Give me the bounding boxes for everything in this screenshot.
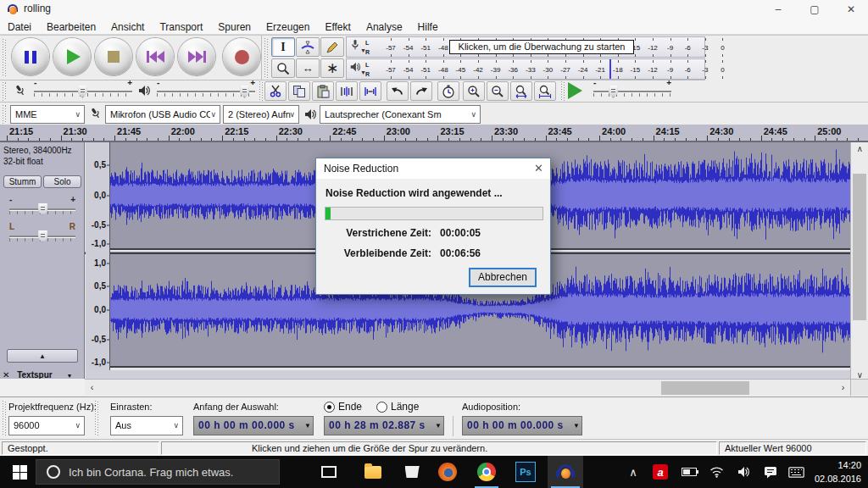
taskbar-clock[interactable]: 14:20 02.08.2016 xyxy=(815,458,861,485)
selection-length-radio[interactable]: Länge xyxy=(376,401,419,413)
mixer-toolbar-grip[interactable] xyxy=(3,82,6,101)
file-explorer-button[interactable] xyxy=(358,456,388,488)
audacity-taskbar-button[interactable] xyxy=(548,456,583,488)
menu-datei[interactable]: Datei xyxy=(0,19,39,36)
label-track-menu-icon[interactable]: ▼ xyxy=(54,373,72,379)
audio-host-select[interactable]: MME∨ xyxy=(10,105,85,124)
menu-hilfe[interactable]: Hilfe xyxy=(410,19,446,36)
track-collapse-button[interactable]: ▲ xyxy=(7,349,78,363)
playback-volume-slider[interactable]: -+ xyxy=(157,86,255,99)
draw-tool-button[interactable] xyxy=(320,37,344,57)
menu-erzeugen[interactable]: Erzeugen xyxy=(259,19,317,36)
playback-speed-slider[interactable]: -+ xyxy=(593,86,671,99)
cut-button[interactable] xyxy=(264,81,287,101)
skip-to-end-button[interactable] xyxy=(178,38,215,75)
multi-tool-button[interactable]: ∗ xyxy=(320,58,344,78)
timeline-ruler[interactable]: 21:1521:3021:4522:0022:1522:3022:4523:00… xyxy=(0,125,868,142)
copy-button[interactable] xyxy=(288,81,310,101)
trim-audio-button[interactable] xyxy=(336,81,358,101)
dialog-close-icon[interactable]: ✕ xyxy=(534,162,543,175)
zoom-in-button[interactable] xyxy=(463,81,485,101)
menu-effekt[interactable]: Effekt xyxy=(317,19,358,36)
track-pan-slider[interactable]: LR xyxy=(9,230,75,242)
envelope-tool-button[interactable] xyxy=(296,37,320,57)
fit-selection-button[interactable] xyxy=(510,81,532,101)
input-device-select[interactable]: Mikrofon (USB Audio CODE∨ xyxy=(105,105,220,124)
snap-grip[interactable] xyxy=(95,401,98,436)
task-view-button[interactable] xyxy=(314,456,344,488)
output-device-select[interactable]: Lautsprecher (Conexant Sm∨ xyxy=(320,105,481,124)
tray-expand-button[interactable]: ∧ xyxy=(620,456,646,488)
timeshift-tool-button[interactable]: ↔ xyxy=(296,58,320,78)
edit-toolbar-grip[interactable] xyxy=(259,81,263,102)
label-track-body[interactable] xyxy=(86,370,850,379)
close-button[interactable]: ✕ xyxy=(838,0,864,19)
chrome-button[interactable] xyxy=(471,456,502,488)
selection-start-field[interactable]: 00 h 00 m 00.000 s▼ xyxy=(193,416,314,435)
skip-to-start-button[interactable] xyxy=(136,38,174,75)
input-channels-select[interactable]: 2 (Stereo) Aufna∨ xyxy=(223,105,299,124)
project-rate-select[interactable]: 96000∨ xyxy=(8,416,85,435)
selection-end-radio[interactable]: Ende xyxy=(324,401,362,413)
horizontal-scrollbar[interactable]: ‹ › xyxy=(85,379,850,396)
selection-end-field[interactable]: 00 h 28 m 02.887 s▼ xyxy=(324,416,444,435)
cortana-search[interactable]: Ich bin Cortana. Frag mich etwas. xyxy=(36,459,280,485)
menu-analyse[interactable]: Analyse xyxy=(359,19,410,36)
keyboard-tray-icon[interactable] xyxy=(783,456,809,488)
selection-toolbar-grip[interactable] xyxy=(3,401,6,436)
tools-toolbar-grip[interactable] xyxy=(264,38,268,79)
silence-audio-button[interactable] xyxy=(359,81,381,101)
stop-button[interactable] xyxy=(95,38,132,75)
windows-store-button[interactable] xyxy=(397,456,427,488)
play-at-speed-button[interactable] xyxy=(568,82,582,99)
recording-volume-slider[interactable]: -+ xyxy=(34,86,132,99)
photoshop-button[interactable]: Ps xyxy=(510,456,541,488)
scroll-up-arrow[interactable]: ∧ xyxy=(851,142,868,156)
vertical-ruler[interactable]: 0,50,0-0,5-1,01,00,50,0-0,5-1,0 xyxy=(86,142,110,370)
zoom-out-button[interactable] xyxy=(487,81,509,101)
avira-tray-icon[interactable]: a xyxy=(648,456,673,488)
scroll-right-arrow[interactable]: › xyxy=(836,380,850,396)
transport-toolbar-grip[interactable] xyxy=(3,39,6,76)
label-track-close-icon[interactable]: ✕ xyxy=(0,370,9,379)
minimize-button[interactable]: – xyxy=(765,0,791,19)
transcription-toolbar-grip[interactable] xyxy=(561,81,565,102)
volume-tray-icon[interactable] xyxy=(731,456,756,488)
timeline-tick xyxy=(395,138,396,141)
redo-button[interactable] xyxy=(410,81,432,101)
audio-position-field[interactable]: 00 h 00 m 00.000 s▼ xyxy=(462,416,582,435)
fit-project-button[interactable] xyxy=(534,81,556,101)
selection-tool-button[interactable]: I xyxy=(271,37,295,57)
zoom-tool-button[interactable] xyxy=(271,58,295,78)
label-track-panel[interactable]: ✕ Textspur ▼ xyxy=(0,370,85,379)
menu-transport[interactable]: Transport xyxy=(152,19,210,36)
sync-lock-button[interactable] xyxy=(437,81,459,101)
scroll-left-arrow[interactable]: ‹ xyxy=(85,380,99,396)
pause-button[interactable] xyxy=(12,38,49,75)
dialog-title-bar[interactable]: Noise Reduction ✕ xyxy=(316,158,550,179)
mute-button[interactable]: Stumm xyxy=(3,175,42,188)
device-toolbar-grip[interactable] xyxy=(3,105,6,124)
menu-bearbeiten[interactable]: Bearbeiten xyxy=(39,19,103,36)
vertical-scroll-thumb[interactable] xyxy=(853,174,866,320)
menu-ansicht[interactable]: Ansicht xyxy=(103,19,152,36)
start-button[interactable] xyxy=(5,456,34,488)
horizontal-scroll-thumb[interactable] xyxy=(661,381,749,395)
battery-tray-icon[interactable] xyxy=(676,456,702,488)
vertical-scrollbar[interactable]: ∧ ∨ xyxy=(850,142,868,396)
cancel-button[interactable]: Abbrechen xyxy=(469,268,537,287)
record-button[interactable] xyxy=(223,38,260,75)
firefox-button[interactable] xyxy=(432,456,463,488)
undo-button[interactable] xyxy=(387,81,409,101)
wifi-tray-icon[interactable] xyxy=(704,456,729,488)
solo-button[interactable]: Solo xyxy=(43,175,81,188)
notification-tray-icon[interactable] xyxy=(758,456,783,488)
track-control-panel[interactable]: Stereo, 384000Hz 32-bit float Stumm Solo… xyxy=(0,142,85,370)
maximize-button[interactable]: ▢ xyxy=(802,0,827,19)
paste-button[interactable] xyxy=(312,81,334,101)
playback-meter[interactable]: ▼ LR -57-54-51-48-45-42-39-36-33-30-27-2… xyxy=(346,58,705,80)
play-button[interactable] xyxy=(53,38,91,75)
snap-to-select[interactable]: Aus∨ xyxy=(110,416,183,435)
menu-spuren[interactable]: Spuren xyxy=(210,19,259,36)
track-gain-slider[interactable]: -+ xyxy=(9,203,75,215)
